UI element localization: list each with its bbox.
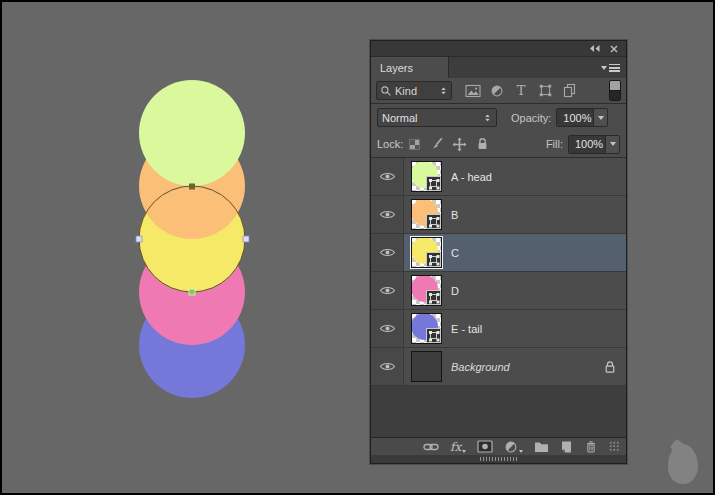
- layer-thumbnail[interactable]: [411, 237, 442, 268]
- layers-list: A - head B: [371, 158, 626, 386]
- layer-row-E-tail[interactable]: E - tail: [371, 310, 626, 348]
- visibility-toggle[interactable]: [371, 348, 404, 385]
- visibility-toggle[interactable]: [371, 196, 404, 233]
- layer-name: Background: [451, 361, 510, 373]
- pixel-layer-filter-icon[interactable]: [464, 82, 482, 100]
- vector-mask-badge: [426, 328, 441, 343]
- shape-layer-filter-icon[interactable]: [536, 82, 554, 100]
- eye-icon: [379, 247, 396, 258]
- lock-position-icon[interactable]: [452, 137, 467, 152]
- photoshop-canvas-area: Layers Kind: [0, 0, 715, 495]
- filter-toggle-icon[interactable]: [609, 80, 621, 101]
- panel-titlebar: [371, 41, 626, 57]
- panel-bottom-toolbar: fx: [371, 437, 626, 455]
- search-icon: [380, 85, 392, 97]
- tab-layers[interactable]: Layers: [371, 57, 449, 78]
- vector-mask-badge: [426, 252, 441, 267]
- blob-watermark: [668, 444, 698, 484]
- background-lock-icon: [604, 360, 616, 374]
- link-layers-icon[interactable]: [423, 439, 439, 455]
- layers-list-empty-area: [371, 386, 626, 437]
- close-panel-icon[interactable]: [610, 45, 618, 53]
- spin-arrows-icon: [439, 85, 448, 97]
- opacity-value[interactable]: 100%: [557, 109, 593, 126]
- add-layer-mask-icon[interactable]: [477, 439, 493, 455]
- layer-name: C: [451, 247, 459, 259]
- grip-dashes-icon: [480, 457, 518, 461]
- layer-thumbnail[interactable]: [411, 313, 442, 344]
- panel-tabbar: Layers: [371, 57, 626, 78]
- eye-icon: [379, 285, 396, 296]
- layer-name: E - tail: [451, 323, 482, 335]
- layer-name: D: [451, 285, 459, 297]
- tabbar-spacer: [449, 57, 626, 78]
- layer-row-C[interactable]: C: [371, 234, 626, 272]
- vector-mask-badge: [426, 214, 441, 229]
- panel-height-grip[interactable]: [371, 455, 626, 463]
- filter-icons: T: [464, 82, 578, 100]
- eye-icon: [379, 209, 396, 220]
- layer-row-A-head[interactable]: A - head: [371, 158, 626, 196]
- blend-mode-value: Normal: [382, 112, 483, 124]
- fill-value[interactable]: 100%: [569, 136, 605, 153]
- layer-thumbnail[interactable]: [411, 161, 442, 192]
- layer-thumbnail[interactable]: [411, 275, 442, 306]
- vector-mask-badge: [426, 290, 441, 305]
- delete-layer-icon[interactable]: [584, 439, 598, 455]
- lock-transparency-icon[interactable]: [409, 139, 420, 150]
- filter-row: Kind: [371, 78, 626, 104]
- eye-icon: [379, 323, 396, 334]
- panel-resize-grip-icon[interactable]: [609, 441, 620, 452]
- opacity-dropdown-icon[interactable]: [593, 109, 607, 126]
- layer-row-B[interactable]: B: [371, 196, 626, 234]
- layer-name: A - head: [451, 171, 492, 183]
- panel-menu-icon[interactable]: [601, 64, 620, 72]
- visibility-toggle[interactable]: [371, 158, 404, 195]
- layers-panel: Layers Kind: [370, 40, 627, 464]
- visibility-toggle[interactable]: [371, 234, 404, 271]
- layer-style-icon[interactable]: fx: [450, 439, 466, 455]
- blend-row: Normal Opacity: 100%: [371, 104, 626, 131]
- vector-mask-badge: [426, 176, 441, 191]
- collapse-panel-icon[interactable]: [589, 44, 600, 53]
- adjustment-layer-filter-icon[interactable]: [488, 82, 506, 100]
- layer-name: B: [451, 209, 458, 221]
- blend-mode-dropdown[interactable]: Normal: [377, 108, 497, 127]
- eye-icon: [379, 361, 396, 372]
- new-group-icon[interactable]: [534, 439, 549, 455]
- visibility-toggle[interactable]: [371, 310, 404, 347]
- spin-arrows-icon: [483, 112, 492, 124]
- eye-icon: [379, 171, 396, 182]
- layer-thumbnail[interactable]: [411, 351, 442, 382]
- filter-kind-label: Kind: [395, 85, 436, 97]
- opacity-label: Opacity:: [511, 112, 551, 124]
- layer-row-D[interactable]: D: [371, 272, 626, 310]
- fill-field[interactable]: 100%: [568, 135, 620, 154]
- layer-row-Background[interactable]: Background: [371, 348, 626, 386]
- lock-row: Lock:: [371, 131, 626, 158]
- visibility-toggle[interactable]: [371, 272, 404, 309]
- type-layer-filter-icon[interactable]: T: [512, 82, 530, 100]
- canvas-circle-A-head[interactable]: [139, 80, 245, 186]
- tab-layers-label: Layers: [380, 62, 413, 74]
- new-adjustment-layer-icon[interactable]: [504, 439, 523, 455]
- opacity-field[interactable]: 100%: [556, 108, 608, 127]
- fill-label: Fill:: [546, 138, 563, 150]
- lock-all-icon[interactable]: [476, 137, 489, 151]
- new-layer-icon[interactable]: [560, 439, 573, 455]
- lock-pixels-icon[interactable]: [429, 137, 443, 151]
- smart-object-filter-icon[interactable]: [560, 82, 578, 100]
- fill-dropdown-icon[interactable]: [605, 136, 619, 153]
- filter-kind-dropdown[interactable]: Kind: [376, 81, 452, 100]
- layer-thumbnail[interactable]: [411, 199, 442, 230]
- lock-label: Lock:: [377, 138, 403, 150]
- lock-icons: [409, 137, 489, 152]
